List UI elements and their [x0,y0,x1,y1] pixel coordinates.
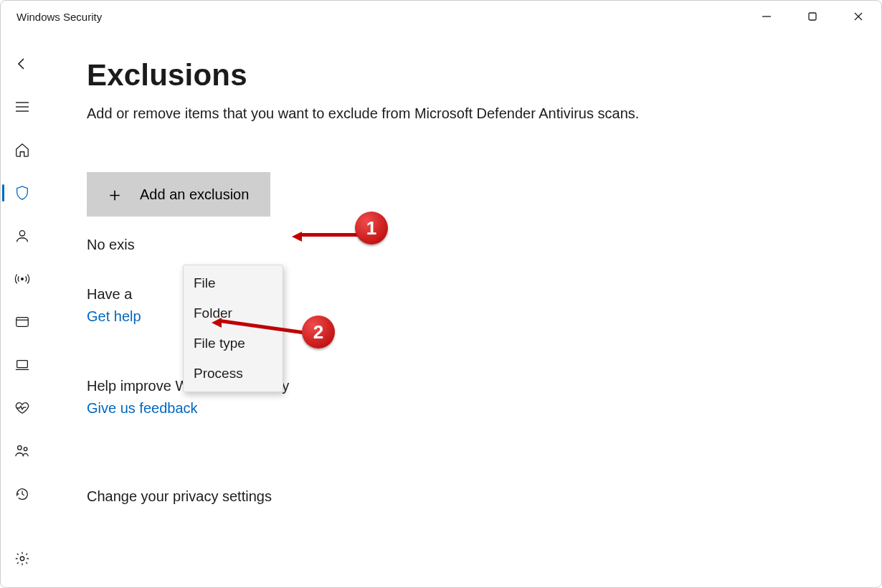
menu-button[interactable] [1,85,44,128]
feedback-link[interactable]: Give us feedback [87,400,198,417]
antenna-icon [14,271,30,287]
page-subtitle: Add or remove items that you want to exc… [87,105,853,122]
nav-firewall[interactable] [1,257,44,300]
nav-device-security[interactable] [1,343,44,387]
get-help-link[interactable]: Get help [87,308,141,325]
menu-item-file[interactable]: File [184,268,283,298]
nav-home[interactable] [1,128,44,171]
nav-account[interactable] [1,214,44,257]
nav-settings[interactable] [1,537,44,580]
home-icon [14,142,30,158]
nav-history[interactable] [1,473,44,516]
arrow-left-icon [14,55,31,72]
nav-performance[interactable] [1,387,44,430]
history-icon [14,486,30,502]
add-exclusion-button[interactable]: ＋ Add an exclusion [87,172,270,217]
window-icon [14,314,30,330]
sidebar [1,32,44,587]
hamburger-icon [15,101,29,113]
minimize-button[interactable] [744,1,789,32]
window-controls [744,1,881,32]
maximize-icon [807,11,817,22]
svg-point-15 [20,556,24,561]
back-button[interactable] [1,42,44,85]
gear-icon [14,551,30,566]
menu-item-process[interactable]: Process [184,359,283,389]
menu-item-file-type[interactable]: File type [184,328,283,359]
svg-point-14 [24,447,27,451]
heart-pulse-icon [14,400,30,416]
svg-rect-11 [17,361,28,368]
family-icon [14,443,30,459]
main-content: Exclusions Add or remove items that you … [44,32,881,587]
laptop-icon [14,357,30,373]
maximize-button[interactable] [789,1,835,32]
svg-rect-9 [16,318,29,327]
annotation-badge-2: 2 [302,316,335,348]
svg-point-13 [18,446,22,450]
shield-icon [14,185,30,201]
exclusions-status: No exis [87,237,853,253]
svg-rect-1 [809,13,816,20]
minimize-icon [762,11,772,22]
add-exclusion-label: Add an exclusion [140,186,249,203]
privacy-heading: Change your privacy settings [87,488,853,505]
nav-app-browser[interactable] [1,300,44,343]
person-icon [14,228,30,244]
app-window: Windows Security [0,0,882,588]
app-title: Windows Security [16,11,102,23]
close-button[interactable] [835,1,881,32]
page-heading: Exclusions [87,58,853,93]
plus-icon: ＋ [105,185,124,204]
titlebar: Windows Security [1,1,881,32]
close-icon [853,11,863,22]
nav-family[interactable] [1,430,44,473]
svg-point-7 [19,231,24,236]
nav-virus-protection[interactable] [1,171,44,214]
annotation-badge-1: 1 [355,212,388,245]
svg-point-8 [22,278,24,280]
